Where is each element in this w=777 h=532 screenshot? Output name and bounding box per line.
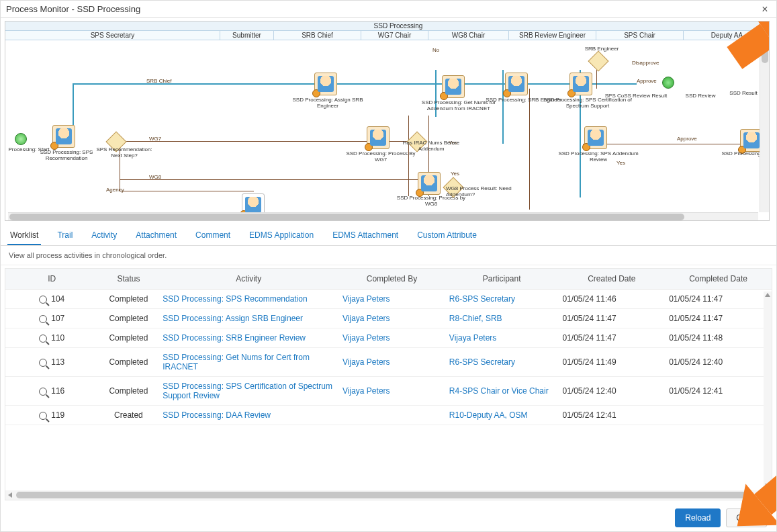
node-srb-engineer[interactable] (505, 73, 528, 95)
swimlane-header-submitter: Submitter (220, 31, 274, 40)
diagram-horizontal-scrollbar[interactable] (8, 212, 758, 220)
col-header-id[interactable]: ID (5, 269, 99, 290)
table-horizontal-scrollbar[interactable] (5, 490, 764, 500)
swimlane-header-srb-review-engineer: SRB Review Engineer (509, 31, 596, 40)
edge-label-wg8: WG8 (149, 174, 161, 180)
col-header-status[interactable]: Status (99, 269, 159, 290)
cell-activity[interactable]: SSD Processing: SPS Recommendation (158, 290, 338, 309)
footer-buttons: Reload Close (675, 508, 767, 527)
col-header-created-date[interactable]: Created Date (559, 269, 666, 290)
edge-label-agency: Agency (106, 187, 124, 193)
tab-comment[interactable]: Comment (193, 226, 233, 245)
cell-created: 01/05/24 11:47 (559, 328, 666, 348)
col-header-completed-by[interactable]: Completed By (338, 269, 445, 290)
diagram-vertical-scrollbar[interactable] (760, 21, 769, 212)
node-get-nums[interactable] (442, 75, 465, 98)
cell-created: 01/05/24 11:47 (559, 309, 666, 328)
magnify-icon[interactable] (39, 335, 47, 343)
node-addendum-label: SSD Processing: SPS Addendum Review (555, 150, 642, 163)
cell-created: 01/05/24 12:41 (559, 406, 666, 425)
edge-label-yes-2: Yes (451, 171, 459, 177)
swimlane-header-deputy-aa: Deputy AA (684, 31, 770, 40)
edge-label-approve-1: Approve (637, 78, 657, 84)
tab-bar: WorklistTrailActivityAttachmentCommentED… (1, 226, 776, 246)
cell-activity[interactable]: SSD Processing: Get Nums for Cert from I… (158, 348, 338, 377)
table-vertical-scrollbar[interactable] (764, 292, 772, 489)
node-process-wg7[interactable] (367, 126, 390, 149)
table-row[interactable]: 116CompletedSSD Processing: SPS Certific… (5, 377, 772, 406)
edge-label-disapprove: Disapprove (632, 60, 659, 66)
edge-label-no: No (432, 47, 439, 53)
table-row[interactable]: 104CompletedSSD Processing: SPS Recommen… (5, 290, 772, 309)
reload-button[interactable]: Reload (675, 508, 721, 527)
magnify-icon[interactable] (39, 412, 47, 420)
cell-completed-by[interactable]: Vijaya Peters (338, 377, 445, 406)
swimlane-title: SSD Processing (5, 21, 770, 31)
node-coss[interactable] (569, 73, 592, 95)
cell-activity[interactable]: SSD Processing: Assign SRB Engineer (158, 309, 338, 328)
tab-attachment[interactable]: Attachment (133, 226, 179, 245)
node-addendum[interactable] (584, 126, 607, 149)
tab-trail[interactable]: Trail (54, 226, 75, 245)
cell-activity[interactable]: SSD Processing: SPS Certification of Spe… (158, 377, 338, 406)
window-title: Process Monitor - SSD Processing (6, 4, 759, 14)
table-row[interactable]: 119CreatedSSD Processing: DAA ReviewR10-… (5, 406, 772, 425)
cell-participant[interactable]: Vijaya Peters (445, 328, 559, 348)
gateway-srb-engineer-label: SRB Engineer (575, 46, 629, 52)
close-button[interactable]: Close (726, 508, 767, 527)
edge-label-approve-2: Approve (677, 136, 697, 142)
cell-completed: 01/05/24 12:40 (665, 348, 772, 377)
close-icon[interactable]: × (759, 3, 771, 15)
cell-completed (665, 406, 772, 425)
magnify-icon[interactable] (39, 388, 47, 396)
cell-status: Created (99, 406, 159, 425)
activity-table-wrap: IDStatusActivityCompleted ByParticipantC… (5, 268, 772, 500)
cell-completed-by[interactable]: Vijaya Peters (338, 348, 445, 377)
node-assign-srb-label: SSD Processing: Assign SRB Engineer (287, 97, 368, 109)
cell-completed: 01/05/24 11:48 (665, 328, 772, 348)
node-assign-srb[interactable] (314, 73, 337, 95)
node-sps-recommendation[interactable] (52, 125, 75, 148)
cell-status: Completed (99, 328, 159, 348)
cell-completed-by[interactable]: Vijaya Peters (338, 309, 445, 328)
col-header-completed-date[interactable]: Completed Date (665, 269, 772, 290)
node-coss-result-label: SPS CoSS Review Result (599, 93, 673, 99)
magnify-icon[interactable] (39, 359, 47, 367)
node-process-wg7-label: SSD Processing: Process By WG7 (344, 150, 418, 163)
tab-edms_app[interactable]: EDMS Application (246, 226, 316, 245)
tab-activity[interactable]: Activity (89, 226, 120, 245)
col-header-participant[interactable]: Participant (445, 269, 559, 290)
col-header-activity[interactable]: Activity (158, 269, 338, 290)
cell-status: Completed (99, 348, 159, 377)
cell-activity[interactable]: SSD Processing: SRB Engineer Review (158, 328, 338, 348)
cell-completed-by[interactable]: Vijaya Peters (338, 290, 445, 309)
cell-activity[interactable]: SSD Processing: DAA Review (158, 406, 338, 425)
cell-participant[interactable]: R4-SPS Chair or Vice Chair (445, 377, 559, 406)
start-event[interactable] (15, 133, 27, 145)
table-row[interactable]: 110CompletedSSD Processing: SRB Engineer… (5, 328, 772, 348)
tab-edms_att[interactable]: EDMS Attachment (330, 226, 401, 245)
gateway-srb-engineer[interactable] (588, 50, 608, 71)
cell-participant[interactable]: R6-SPS Secretary (445, 290, 559, 309)
cell-completed-by[interactable] (338, 406, 445, 425)
cell-participant[interactable]: R10-Deputy AA, OSM (445, 406, 559, 425)
node-process-wg8[interactable] (418, 172, 441, 195)
edge-label-srb-chief: SRB Chief (146, 78, 171, 84)
cell-participant[interactable]: R8-Chief, SRB (445, 309, 559, 328)
magnify-icon[interactable] (39, 315, 47, 323)
tab-worklist[interactable]: Worklist (7, 226, 41, 245)
tab-custom_attr[interactable]: Custom Attribute (414, 226, 479, 245)
node-sps-recommendation-label: SSD Processing: SPS Recommendation (30, 149, 103, 161)
cell-completed-by[interactable]: Vijaya Peters (338, 328, 445, 348)
ssd-review-label: SSD Review (677, 93, 724, 99)
swimlane-header-row: SPS SecretarySubmitterSRB ChiefWG7 Chair… (5, 31, 770, 40)
magnify-icon[interactable] (39, 296, 47, 304)
hint-text: View all process activities in chronolog… (1, 246, 776, 265)
table-row[interactable]: 113CompletedSSD Processing: Get Nums for… (5, 348, 772, 377)
cell-status: Completed (99, 290, 159, 309)
table-row[interactable]: 107CompletedSSD Processing: Assign SRB E… (5, 309, 772, 328)
cell-participant[interactable]: R6-SPS Secretary (445, 348, 559, 377)
approve-event[interactable] (662, 77, 674, 89)
cell-created: 01/05/24 11:49 (559, 348, 666, 377)
workflow-diagram[interactable]: SSD Processing SPS SecretarySubmitterSRB… (5, 21, 770, 221)
